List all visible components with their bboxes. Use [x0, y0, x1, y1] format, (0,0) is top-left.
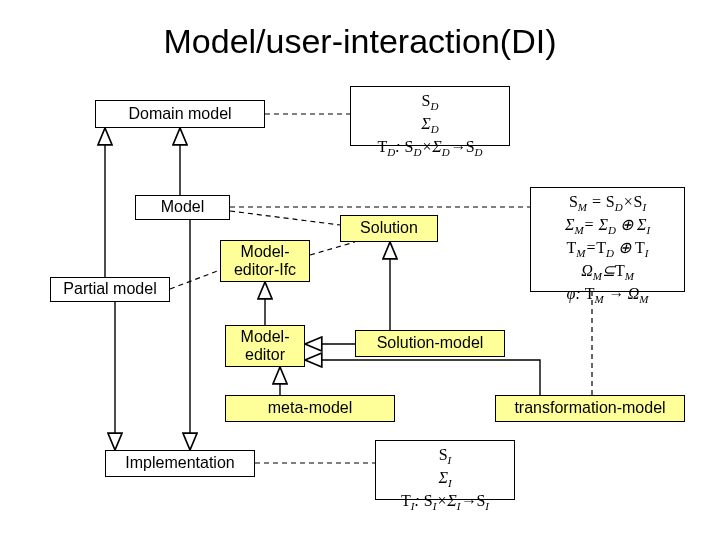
box-solution: Solution: [340, 215, 438, 242]
box-partial-model: Partial model: [50, 277, 170, 302]
box-implementation: Implementation: [105, 450, 255, 477]
note-impl-math: SI ΣI TI: SI×ΣI→SI: [375, 440, 515, 500]
svg-line-2: [230, 211, 340, 225]
svg-line-3: [310, 242, 355, 255]
box-model-editor: Model- editor: [225, 325, 305, 367]
note-domain-math: SD ΣD TD: SD×ΣD→SD: [350, 86, 510, 146]
box-transformation-model: transformation-model: [495, 395, 685, 422]
box-model-editor-ifc: Model- editor-Ifc: [220, 240, 310, 282]
svg-line-4: [170, 270, 220, 289]
box-meta-model: meta-model: [225, 395, 395, 422]
page-title: Model/user-interaction(DI): [0, 22, 720, 61]
box-model: Model: [135, 195, 230, 220]
note-model-math: SM = SD×SI ΣM= ΣD ⊕ ΣI TM=TD ⊕ TI ΩM⊆TM …: [530, 187, 685, 292]
box-solution-model: Solution-model: [355, 330, 505, 357]
box-domain-model: Domain model: [95, 100, 265, 128]
